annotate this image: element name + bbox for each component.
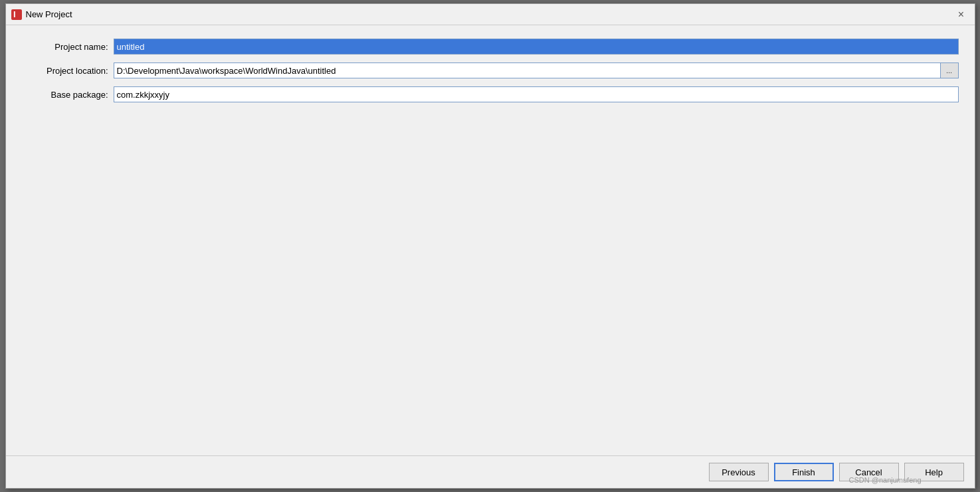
new-project-dialog: I New Project × Project name: Project lo… <box>5 3 975 489</box>
project-location-input[interactable] <box>114 62 940 78</box>
close-button[interactable]: × <box>953 7 969 23</box>
previous-button[interactable]: Previous <box>709 463 769 481</box>
project-location-field-group: ... <box>114 62 959 78</box>
svg-text:I: I <box>13 9 16 19</box>
project-location-label: Project location: <box>22 66 108 76</box>
base-package-input[interactable] <box>114 86 959 102</box>
dialog-content: Project name: Project location: ... Base… <box>6 25 975 455</box>
base-package-row: Base package: <box>22 86 959 102</box>
title-bar: I New Project × <box>6 4 975 25</box>
ide-icon: I <box>11 9 22 20</box>
finish-button[interactable]: Finish <box>774 463 834 481</box>
dialog-title: New Project <box>26 9 72 19</box>
dialog-footer: Previous Finish Cancel Help <box>6 455 975 488</box>
browse-button[interactable]: ... <box>940 62 959 78</box>
project-location-row: Project location: ... <box>22 62 959 78</box>
project-name-input[interactable] <box>114 39 959 55</box>
project-name-label: Project name: <box>22 42 108 52</box>
watermark: CSDN @nanjumufeng <box>849 476 922 484</box>
base-package-label: Base package: <box>22 90 108 100</box>
title-bar-left: I New Project <box>11 9 72 20</box>
project-name-row: Project name: <box>22 39 959 55</box>
